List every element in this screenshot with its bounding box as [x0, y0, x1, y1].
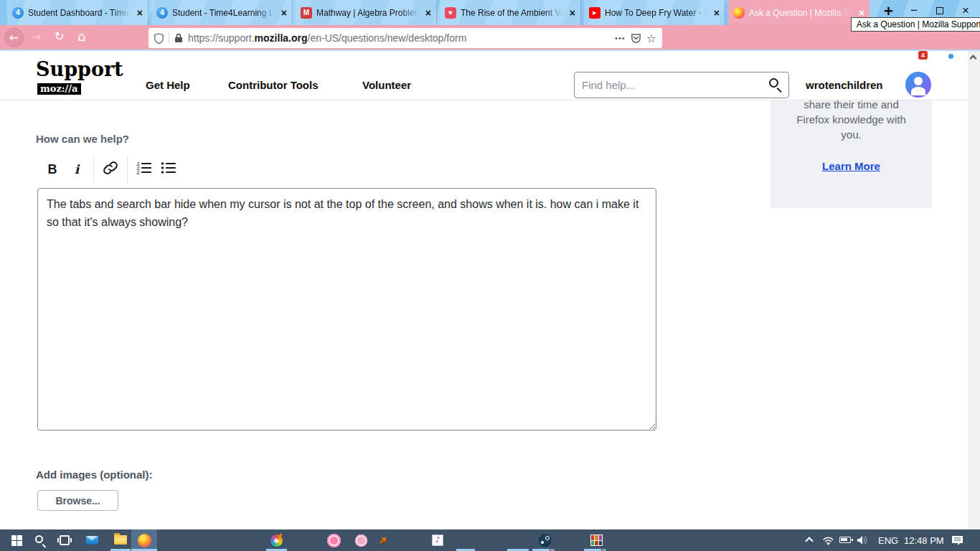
nav-get-help[interactable]: Get Help: [146, 79, 190, 91]
start-button-icon[interactable]: [11, 535, 22, 546]
divider: [93, 155, 94, 184]
task-view-icon[interactable]: [60, 535, 70, 545]
notification-dot: [948, 54, 953, 59]
ordered-list-button[interactable]: [132, 161, 156, 177]
sidebar-card: share their time and Firefox knowledge w…: [771, 91, 932, 208]
music-app-icon[interactable]: ♪: [432, 534, 443, 546]
tab-title: Mathway | Algebra Problem: [316, 8, 421, 18]
back-button[interactable]: ←: [4, 28, 24, 47]
bold-button[interactable]: B: [40, 162, 65, 177]
file-explorer-icon[interactable]: [114, 535, 127, 545]
divider: [169, 32, 169, 44]
scrollbar-up-icon[interactable]: [970, 55, 977, 62]
mozilla-wordmark: moz://a: [37, 83, 81, 95]
tab-ambient-video[interactable]: ♥ The Rise of the Ambient Vid ×: [440, 0, 581, 25]
tab-close-icon[interactable]: ×: [859, 8, 864, 18]
tab-close-icon[interactable]: ×: [281, 8, 287, 18]
site-header: Support moz://a Get Help Contributor Too…: [0, 51, 968, 100]
heart-icon: ♥: [445, 7, 456, 19]
page-actions-icon[interactable]: •••: [615, 34, 626, 42]
url-text[interactable]: https://support.mozilla.org/en-US/questi…: [188, 32, 610, 44]
page-content: share their time and Firefox knowledge w…: [0, 51, 980, 529]
tab-title: Ask a Question | Mozilla Su: [749, 8, 854, 18]
tab-title: The Rise of the Ambient Vid: [461, 8, 565, 18]
steam-icon[interactable]: [539, 534, 552, 547]
browse-button[interactable]: Browse...: [37, 490, 118, 511]
firefox-icon: [733, 7, 745, 19]
insert-link-button[interactable]: [98, 159, 123, 179]
sidebar-text: share their time and Firefox knowledge w…: [786, 97, 916, 142]
tab-student-dashboard[interactable]: 4 Student Dashboard - Time4 ×: [7, 0, 149, 25]
browser-toolbar: ← → ↻ ⌂ https://support.mozilla.org/en-U…: [0, 25, 980, 51]
search-input[interactable]: [582, 73, 754, 97]
tab-title: Student - Time4Learning Lo: [172, 8, 277, 18]
tab-ask-a-question-active[interactable]: Ask a Question | Mozilla Su ×: [728, 0, 870, 25]
editor-toolbar: B i: [40, 155, 181, 184]
divider: [127, 155, 128, 184]
avatar[interactable]: [905, 72, 931, 98]
reload-icon[interactable]: ↻: [55, 31, 64, 42]
clock[interactable]: 12:48 PM: [904, 535, 944, 546]
minimize-button[interactable]: −: [910, 4, 918, 17]
tab-close-icon[interactable]: ×: [570, 8, 575, 18]
youtube-icon: ▶: [589, 7, 600, 19]
italic-button[interactable]: i: [65, 162, 89, 176]
osu-lazer-icon[interactable]: [355, 534, 367, 547]
osu-icon[interactable]: [327, 534, 341, 547]
tab-mathway[interactable]: M Mathway | Algebra Problem ×: [296, 0, 437, 25]
question-heading: How can we help?: [36, 133, 129, 145]
nav-volunteer[interactable]: Volunteer: [362, 79, 411, 91]
tab-title: Student Dashboard - Time4: [28, 8, 133, 18]
close-window-button[interactable]: ×: [962, 4, 969, 17]
home-icon[interactable]: ⌂: [77, 30, 85, 43]
tracking-protection-shield-icon[interactable]: [154, 33, 164, 44]
battery-icon[interactable]: [839, 537, 851, 543]
firefox-taskbar-icon[interactable]: [138, 534, 151, 547]
winrar-icon[interactable]: [590, 534, 603, 546]
tab-title: How To Deep Fry Water - Yo: [605, 8, 710, 18]
lock-icon: [174, 33, 183, 43]
mathway-icon: M: [301, 7, 312, 19]
support-logo[interactable]: Support: [36, 58, 123, 80]
tab-close-icon[interactable]: ×: [714, 8, 720, 18]
bookmark-star-icon[interactable]: ☆: [646, 32, 656, 45]
tab-tooltip: Ask a Question | Mozilla Support: [851, 17, 980, 32]
language-indicator[interactable]: ENG: [878, 535, 898, 546]
paint-icon[interactable]: [270, 534, 283, 547]
maximize-button[interactable]: [936, 7, 943, 14]
pocket-icon[interactable]: [631, 33, 641, 44]
orange-arrow-app-icon[interactable]: ➔: [374, 532, 390, 548]
extension-badge: 4: [918, 51, 928, 60]
find-help-searchbox[interactable]: [574, 72, 789, 98]
action-center-icon[interactable]: [951, 535, 963, 546]
browser-tab-bar: 4 Student Dashboard - Time4 × 4 Student …: [0, 0, 980, 25]
forward-icon[interactable]: →: [32, 32, 41, 43]
nav-contributor-tools[interactable]: Contributor Tools: [228, 79, 319, 91]
tab-close-icon[interactable]: ×: [137, 8, 143, 18]
mail-icon[interactable]: [86, 536, 98, 545]
tab-student-login[interactable]: 4 Student - Time4Learning Lo ×: [151, 0, 293, 25]
tab-close-icon[interactable]: ×: [425, 8, 431, 18]
windows-taskbar: ➔ ♪ ENG 12:48 PM: [0, 529, 980, 551]
wifi-icon[interactable]: [822, 536, 834, 545]
search-icon[interactable]: [769, 78, 778, 88]
learn-more-link[interactable]: Learn More: [822, 160, 880, 172]
time4learning-icon: 4: [156, 7, 168, 19]
bullet-list-button[interactable]: [156, 161, 181, 177]
url-bar[interactable]: https://support.mozilla.org/en-US/questi…: [149, 28, 662, 48]
page-scrollbar[interactable]: [968, 51, 980, 529]
time4learning-icon: 4: [12, 7, 24, 19]
question-textarea[interactable]: The tabs and search bar hide when my cur…: [37, 188, 656, 430]
tray-chevron-icon[interactable]: [805, 537, 813, 545]
tab-youtube[interactable]: ▶ How To Deep Fry Water - Yo ×: [584, 0, 725, 25]
taskbar-search-icon[interactable]: [35, 535, 43, 543]
back-icon: ←: [9, 32, 19, 44]
add-images-label: Add images (optional):: [36, 468, 153, 481]
volume-icon[interactable]: [857, 535, 868, 545]
username[interactable]: wrotenchildren: [806, 79, 883, 91]
